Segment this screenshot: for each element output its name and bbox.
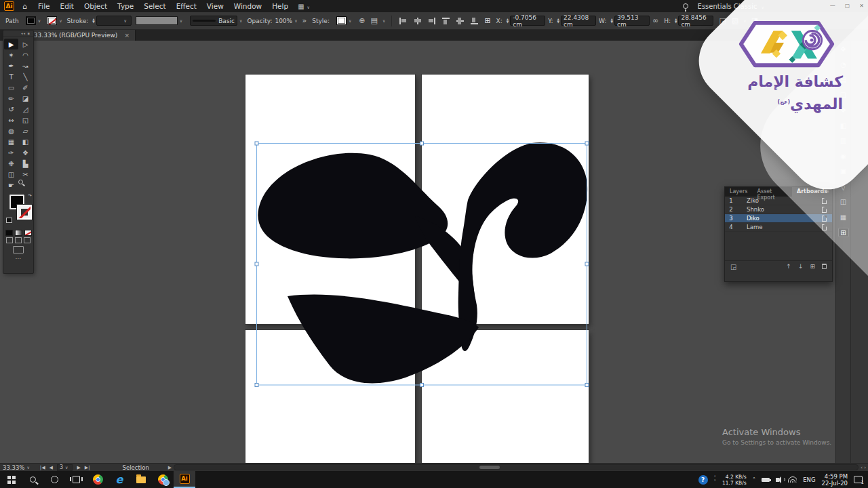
perspective-grid-tool[interactable]: ▱ bbox=[18, 125, 33, 136]
direct-selection-tool[interactable]: ▷ bbox=[18, 39, 33, 49]
dock-gradient-panel-icon[interactable]: ◧ bbox=[838, 121, 849, 131]
wifi-icon[interactable] bbox=[788, 476, 797, 483]
cortana-button[interactable] bbox=[43, 471, 65, 488]
home-icon[interactable]: ⌂ bbox=[22, 2, 27, 11]
dock-asset-export-panel-icon[interactable]: ◫ bbox=[838, 197, 849, 207]
clock[interactable]: 4:59 PM22-Jul-20 bbox=[822, 473, 848, 487]
symbol-sprayer-tool[interactable]: ❉ bbox=[4, 158, 18, 169]
type-tool[interactable]: T bbox=[4, 71, 18, 82]
stroke-swatch[interactable] bbox=[17, 205, 32, 220]
layout-switcher-icon[interactable]: ▦∨ bbox=[298, 3, 313, 10]
net-monitor-chevrons-icon[interactable]: ˄˅ bbox=[714, 476, 717, 484]
align-vertical-top-icon[interactable] bbox=[441, 17, 450, 25]
menu-item[interactable]: Object bbox=[84, 2, 107, 10]
transform-reference-icon[interactable]: ⊞ bbox=[484, 16, 490, 25]
document-close-icon[interactable]: × bbox=[124, 32, 130, 39]
chrome-icon[interactable] bbox=[87, 471, 108, 488]
close-icon[interactable]: ✕ bbox=[859, 3, 864, 9]
move-artboard-down-icon[interactable]: ↓ bbox=[798, 263, 804, 270]
stroke-weight-stepper[interactable]: ▲▼ bbox=[92, 18, 94, 24]
default-fill-stroke-icon[interactable] bbox=[6, 218, 12, 223]
constrain-proportions-icon[interactable]: ∞ bbox=[652, 16, 658, 25]
dock-brushes-panel-icon[interactable]: ❏ bbox=[838, 91, 849, 100]
file-explorer-icon[interactable] bbox=[130, 471, 152, 488]
document-tab[interactable]: @ 33.33% (RGB/GPU Preview) × bbox=[20, 30, 136, 41]
previous-artboard-icon[interactable]: ◀ bbox=[50, 465, 53, 470]
none-button[interactable] bbox=[24, 230, 32, 236]
horizontal-scrollbar[interactable] bbox=[174, 464, 859, 470]
align-horizontal-center-icon[interactable] bbox=[413, 17, 422, 25]
y-field[interactable]: 22.4308 cm bbox=[561, 16, 596, 26]
pen-tool[interactable]: ✒ bbox=[4, 60, 18, 71]
artboard-name[interactable]: Shnko bbox=[747, 206, 822, 213]
style-label[interactable]: Style: bbox=[312, 18, 330, 24]
chrome-profile-icon[interactable] bbox=[152, 471, 174, 488]
lasso-tool[interactable]: ◠ bbox=[18, 49, 33, 60]
width-profile-dropdown[interactable] bbox=[136, 16, 178, 25]
artboard-page-icon[interactable] bbox=[822, 207, 827, 213]
artboard-row[interactable]: 1 Ziko bbox=[725, 197, 832, 205]
swap-fill-stroke-icon[interactable]: ↷ bbox=[28, 193, 32, 199]
artboard-1[interactable] bbox=[245, 75, 415, 324]
menu-item[interactable]: Window bbox=[234, 2, 262, 10]
next-artboard-icon[interactable]: ▶ bbox=[77, 465, 80, 470]
last-artboard-icon[interactable]: ▶| bbox=[85, 465, 90, 470]
free-transform-tool[interactable]: ◱ bbox=[18, 115, 33, 125]
action-center-icon[interactable]: 1 bbox=[854, 476, 863, 483]
column-graph-tool[interactable]: ▙ bbox=[18, 158, 33, 169]
blend-tool[interactable]: ❖ bbox=[18, 147, 33, 158]
dock-artboards-panel-icon[interactable]: ⊞ bbox=[838, 228, 849, 237]
gradient-button[interactable] bbox=[15, 230, 22, 236]
fill-color-swatch[interactable] bbox=[26, 16, 36, 25]
rectangle-tool[interactable]: ▭ bbox=[4, 82, 18, 93]
task-view-button[interactable] bbox=[65, 471, 87, 488]
stroke-weight-field[interactable]: ∨ bbox=[96, 16, 132, 26]
first-artboard-icon[interactable]: |◀ bbox=[40, 465, 45, 470]
dock-symbols-panel-icon[interactable]: ❖ bbox=[838, 106, 849, 115]
artboard-row[interactable]: 4 Lame bbox=[725, 223, 832, 232]
align-vertical-bottom-icon[interactable] bbox=[470, 17, 479, 25]
new-artboard-icon[interactable]: ⊞ bbox=[810, 263, 815, 270]
draw-inside-icon[interactable] bbox=[24, 237, 31, 243]
menu-item[interactable]: Help bbox=[272, 2, 288, 10]
x-stepper[interactable]: ▲▼ bbox=[507, 18, 509, 24]
screen-mode-icon[interactable] bbox=[13, 246, 24, 253]
menu-item[interactable]: Edit bbox=[60, 2, 74, 10]
language-indicator[interactable]: ENG bbox=[803, 476, 815, 483]
artboard-2[interactable] bbox=[422, 75, 589, 324]
dock-appearance-panel-icon[interactable]: ◉ bbox=[838, 152, 849, 161]
volume-icon[interactable] bbox=[776, 478, 779, 482]
tray-expand-icon[interactable]: ˄ bbox=[753, 476, 756, 483]
illustrator-taskbar-icon[interactable]: Ai bbox=[174, 471, 195, 488]
panel-close-icon[interactable]: ✕ bbox=[816, 188, 821, 195]
pencil-tool[interactable]: ✏ bbox=[4, 93, 18, 104]
dock-libraries-panel-icon[interactable]: ▦ bbox=[838, 213, 849, 222]
workspace-switcher[interactable]: Essentials Classic ∨ bbox=[698, 3, 766, 10]
move-artboard-up-icon[interactable]: ↑ bbox=[786, 263, 791, 270]
globe-icon[interactable]: ⊕ bbox=[359, 16, 365, 25]
menu-item[interactable]: Select bbox=[144, 2, 165, 10]
shape-properties-icon[interactable]: ▧ bbox=[732, 16, 738, 25]
align-horizontal-right-icon[interactable] bbox=[427, 17, 436, 25]
draw-normal-icon[interactable] bbox=[6, 237, 13, 243]
zoom-tool[interactable] bbox=[18, 180, 23, 184]
curvature-tool[interactable]: ↝ bbox=[18, 60, 33, 71]
artboard-4[interactable] bbox=[422, 330, 589, 463]
maximize-icon[interactable]: ▢ bbox=[845, 3, 850, 9]
delete-artboard-icon[interactable] bbox=[822, 264, 827, 269]
slice-tool[interactable]: ✂ bbox=[18, 169, 33, 180]
artboard-page-icon[interactable] bbox=[822, 216, 827, 222]
menu-item[interactable]: Effect bbox=[176, 2, 197, 10]
artboard-name[interactable]: Lame bbox=[747, 224, 822, 230]
dock-transparency-panel-icon[interactable]: ▥ bbox=[838, 136, 849, 146]
w-stepper[interactable]: ▲▼ bbox=[610, 18, 612, 24]
scrollbar-arrows[interactable]: ‹ › bbox=[861, 465, 866, 470]
mesh-tool[interactable]: ▦ bbox=[4, 136, 18, 147]
graphic-style-swatch[interactable] bbox=[336, 16, 347, 25]
artboard-row[interactable]: 2 Shnko bbox=[725, 205, 832, 214]
edge-icon[interactable]: e bbox=[108, 471, 130, 488]
search-button[interactable] bbox=[22, 471, 43, 488]
artboard-row[interactable]: 3 Diko bbox=[725, 214, 832, 223]
color-button[interactable] bbox=[5, 230, 13, 236]
scrollbar-thumb[interactable] bbox=[479, 466, 500, 469]
